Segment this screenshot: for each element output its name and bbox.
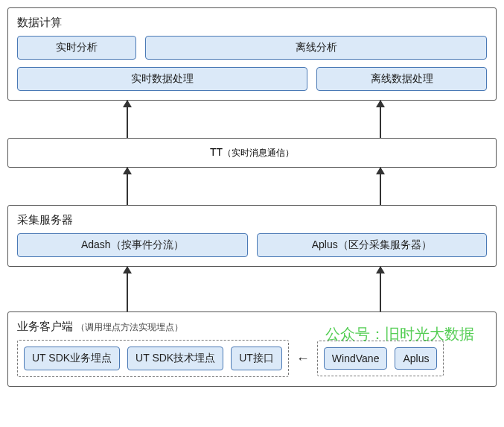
node-aplus-client: Aplus: [395, 347, 437, 370]
node-ut-interface: UT接口: [231, 347, 282, 370]
arrow-up-icon: [380, 101, 381, 138]
group-ut-sdk: UT SDK业务埋点 UT SDK技术埋点 UT接口: [17, 340, 289, 377]
arrows-collect-client: [7, 267, 497, 311]
arrow-left-icon: ←: [296, 351, 310, 367]
layer-client-title-sub: （调用埋点方法实现埋点）: [76, 322, 183, 332]
layer-compute-title: 数据计算: [17, 16, 487, 30]
architecture-diagram: 数据计算 实时分析 离线分析 实时数据处理 离线数据处理 TT（实时消息通信） …: [7, 7, 497, 387]
layer-client-title: 业务客户端 （调用埋点方法实现埋点）: [17, 320, 487, 334]
arrow-up-icon: [127, 267, 128, 311]
layer-collect-title: 采集服务器: [17, 213, 487, 227]
tt-sublabel: （实时消息通信）: [223, 148, 294, 158]
layer-tt: TT（实时消息通信）: [7, 138, 497, 168]
layer-client-title-main: 业务客户端: [17, 320, 73, 332]
node-ut-sdk-business: UT SDK业务埋点: [24, 347, 120, 370]
arrow-up-icon: [380, 168, 381, 205]
node-windvane: WindVane: [324, 347, 388, 370]
arrow-up-icon: [380, 267, 381, 311]
layer-client: 业务客户端 （调用埋点方法实现埋点） UT SDK业务埋点 UT SDK技术埋点…: [7, 311, 497, 387]
node-ut-sdk-tech: UT SDK技术埋点: [127, 347, 223, 370]
arrow-up-icon: [127, 168, 128, 205]
node-aplus-server: Aplus（区分采集服务器）: [257, 233, 488, 257]
node-offline-processing: 离线数据处理: [316, 67, 487, 91]
arrows-tt-collect: [7, 168, 497, 205]
tt-label: TT: [210, 146, 223, 158]
node-offline-analysis: 离线分析: [145, 36, 487, 60]
layer-compute: 数据计算 实时分析 离线分析 实时数据处理 离线数据处理: [7, 7, 497, 101]
node-adash: Adash（按事件分流）: [17, 233, 248, 257]
arrow-up-icon: [127, 101, 128, 138]
layer-collect: 采集服务器 Adash（按事件分流） Aplus（区分采集服务器）: [7, 205, 497, 267]
arrows-compute-tt: [7, 101, 497, 138]
node-realtime-processing: 实时数据处理: [17, 67, 307, 91]
group-windvane: WindVane Aplus: [317, 341, 444, 376]
node-realtime-analysis: 实时分析: [17, 36, 136, 60]
